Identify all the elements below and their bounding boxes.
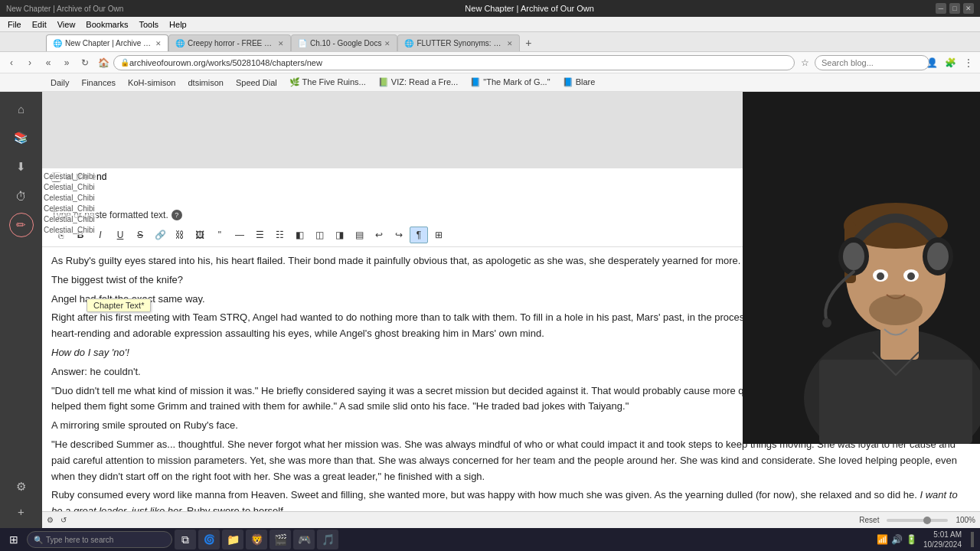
clock-display[interactable]: 5:01 AM 10/29/2024 xyxy=(923,530,962,549)
search-input[interactable] xyxy=(815,55,929,70)
svg-point-9 xyxy=(877,272,884,280)
tab-2[interactable]: 📄 Ch.10 - Google Docs ✕ xyxy=(291,34,397,51)
hr-btn[interactable]: — xyxy=(230,227,249,243)
svg-point-10 xyxy=(907,272,915,280)
sidebar-add-icon[interactable]: + xyxy=(9,499,34,523)
menu-view[interactable]: View xyxy=(53,18,80,31)
sidebar-edit-icon[interactable]: ✏ xyxy=(9,213,34,237)
taskbar-app5[interactable]: 🎮 xyxy=(293,530,315,549)
unlink-btn[interactable]: ⛓ xyxy=(171,227,189,243)
zoom-slider[interactable] xyxy=(887,519,948,522)
bookmark-finances[interactable]: Finances xyxy=(77,77,120,89)
taskbar-search[interactable]: 🔍 Type here to search xyxy=(27,531,172,548)
zoom-label: 100% xyxy=(956,516,975,524)
bookmark-ruins[interactable]: 🌿 The Five Ruins... xyxy=(285,76,371,89)
menu-file[interactable]: File xyxy=(3,18,26,31)
user-5: Celestial_Chibi xyxy=(42,214,96,224)
blockquote-btn[interactable]: " xyxy=(211,227,229,243)
left-sidebar: ⌂ 📚 ⬇ ⏱ ✏ ⚙ + xyxy=(0,92,42,528)
minimize-btn[interactable]: ─ xyxy=(936,3,946,14)
maximize-btn[interactable]: □ xyxy=(949,3,960,14)
taskbar-edge[interactable]: 🌀 xyxy=(198,530,220,549)
tab-1[interactable]: 🌐 Creepy horror - FREE DRA... ✕ xyxy=(168,34,291,51)
menu-bookmarks[interactable]: Bookmarks xyxy=(81,18,132,31)
align-left-btn[interactable]: ◧ xyxy=(290,227,309,243)
extensions-btn[interactable]: 🧩 xyxy=(942,54,959,71)
sidebar-history-icon[interactable]: ⏱ xyxy=(9,184,34,208)
source-btn[interactable]: ¶ xyxy=(410,227,428,243)
user-6: Celestial_Chibi xyxy=(42,225,96,235)
reset-label[interactable]: Reset xyxy=(859,516,879,524)
strikethrough-btn[interactable]: S xyxy=(131,227,149,243)
svg-rect-2 xyxy=(819,360,972,444)
tab-label-2: Ch.10 - Google Docs xyxy=(310,39,381,47)
close-btn[interactable]: ✕ xyxy=(963,3,974,14)
tab-close-3[interactable]: ✕ xyxy=(507,40,513,47)
browser-name: New Chapter | Archive of Our Own xyxy=(6,5,123,13)
undo-btn[interactable]: ↩ xyxy=(370,227,388,243)
paragraph-9: "He described Summer as... thoughtful. S… xyxy=(51,437,971,484)
volume-icon: 🔊 xyxy=(891,534,903,545)
image-btn[interactable]: 🖼 xyxy=(191,227,209,243)
sidebar-home-icon[interactable]: ⌂ xyxy=(9,96,34,121)
user-1: Celestial_Chibi xyxy=(42,171,96,181)
back-more-btn[interactable]: « xyxy=(40,54,57,71)
bookmark-blare[interactable]: 📘 Blare xyxy=(558,76,600,89)
status-bar: ⚙ ↺ Reset 100% xyxy=(42,511,980,528)
align-center-btn[interactable]: ◫ xyxy=(310,227,328,243)
tab-close-1[interactable]: ✕ xyxy=(278,40,284,47)
start-btn[interactable]: ⊞ xyxy=(3,530,24,549)
refresh-btn[interactable]: ↻ xyxy=(77,54,93,71)
taskbar-files[interactable]: 📁 xyxy=(222,530,243,549)
tab-close-0[interactable]: ✕ xyxy=(155,40,162,47)
tab-0[interactable]: 🌐 New Chapter | Archive of C ✕ xyxy=(46,34,168,51)
taskbar-right: 📶 🔊 🔋 5:01 AM 10/29/2024 xyxy=(877,530,977,549)
taskbar-brave[interactable]: 🦁 xyxy=(246,530,267,549)
taskbar-vlc[interactable]: 🎬 xyxy=(270,530,291,549)
search-container xyxy=(815,55,922,70)
bookmark-daily[interactable]: Daily xyxy=(46,77,74,89)
menu-help[interactable]: Help xyxy=(165,18,191,31)
link-btn[interactable]: 🔗 xyxy=(151,227,169,243)
forward-more-btn[interactable]: » xyxy=(58,54,75,71)
bookmark-viz[interactable]: 📗 VIZ: Read a Fre... xyxy=(374,76,462,89)
address-bar[interactable]: 🔒 archiveofourown.org/works/50281048/cha… xyxy=(113,55,795,70)
back-btn[interactable]: ‹ xyxy=(3,54,20,71)
webcam-svg xyxy=(743,92,980,444)
sidebar-library-icon[interactable]: 📚 xyxy=(9,126,34,150)
profile-btn[interactable]: 👤 xyxy=(923,54,940,71)
underline-btn[interactable]: U xyxy=(111,227,129,243)
forward-btn[interactable]: › xyxy=(21,54,38,71)
taskbar-app6[interactable]: 🎵 xyxy=(317,530,338,549)
add-tab-btn[interactable]: + xyxy=(520,34,537,51)
bookmark-dts[interactable]: dtsimison xyxy=(183,77,227,89)
ol-btn[interactable]: ☷ xyxy=(270,227,289,243)
ul-btn[interactable]: ☰ xyxy=(250,227,269,243)
menu-btn[interactable]: ⋮ xyxy=(960,54,977,71)
tab-close-2[interactable]: ✕ xyxy=(384,40,390,47)
help-icon[interactable]: ? xyxy=(172,210,182,220)
bookmark-mark[interactable]: 📘 "The Mark of G..." xyxy=(466,76,554,89)
sys-tray-icons: 📶 🔊 🔋 xyxy=(877,534,917,545)
bookmark-page-btn[interactable]: ☆ xyxy=(796,54,813,71)
align-justify-btn[interactable]: ▤ xyxy=(350,227,368,243)
bookmark-koh[interactable]: KoH-simison xyxy=(123,77,180,89)
show-desktop-btn[interactable] xyxy=(971,532,974,547)
sidebar-download-icon[interactable]: ⬇ xyxy=(9,155,34,179)
bookmark-speed[interactable]: Speed Dial xyxy=(231,77,282,89)
redo-btn[interactable]: ↪ xyxy=(390,227,408,243)
wifi-icon: ↺ xyxy=(60,516,67,524)
page-wrapper: New Chapter | Archive of Our Own New Cha… xyxy=(0,0,980,551)
sidebar-settings-icon[interactable]: ⚙ xyxy=(9,474,34,499)
menu-edit[interactable]: Edit xyxy=(28,18,51,31)
taskview-btn[interactable]: ⧉ xyxy=(175,530,196,549)
tab-label-1: Creepy horror - FREE DRA... xyxy=(188,39,275,47)
menu-bar: File Edit View Bookmarks Tools Help xyxy=(0,17,980,32)
title-bar: New Chapter | Archive of Our Own New Cha… xyxy=(0,0,980,17)
table-btn[interactable]: ⊞ xyxy=(430,227,448,243)
home-nav-btn[interactable]: 🏠 xyxy=(95,54,112,71)
tab-3[interactable]: 🌐 FLUTTER Synonyms: 33 Sy... ✕ xyxy=(397,34,520,51)
align-right-btn[interactable]: ◨ xyxy=(330,227,348,243)
address-text[interactable]: archiveofourown.org/works/50281048/chapt… xyxy=(129,58,322,67)
menu-tools[interactable]: Tools xyxy=(134,18,163,31)
